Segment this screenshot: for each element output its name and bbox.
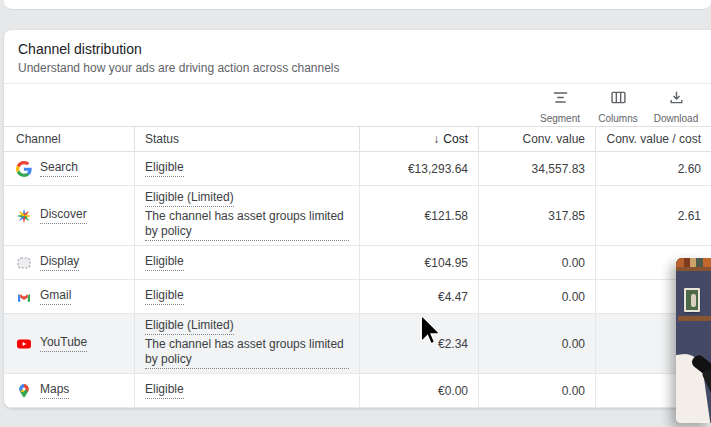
webcam-shelf-top — [676, 267, 711, 271]
table-header-row: Channel Status ↓ Cost Conv. value Conv. … — [4, 126, 711, 152]
google-search-icon — [16, 161, 32, 177]
previous-card-bottom — [4, 0, 711, 10]
cost-header-label: Cost — [443, 132, 468, 146]
webcam-picture-figure — [691, 294, 696, 307]
download-label: Download — [654, 113, 698, 124]
table-toolbar: Segment Columns Download — [4, 84, 711, 126]
table-row: Discover Eligible (Limited) The channel … — [4, 186, 711, 246]
column-header-conv-value[interactable]: Conv. value — [478, 127, 595, 151]
youtube-icon — [16, 336, 32, 352]
cost-cell: €13,293.64 — [359, 152, 478, 185]
cost-cell: €2.34 — [359, 314, 478, 373]
columns-button[interactable]: Columns — [589, 87, 647, 124]
conv-value-per-cost-cell: 2.60 — [595, 152, 711, 185]
sort-descending-icon: ↓ — [433, 132, 439, 146]
table-body: Search Eligible €13,293.64 34,557.83 2.6… — [4, 152, 711, 408]
status-detail-link[interactable]: The channel has asset groups limited by … — [145, 337, 349, 369]
download-button[interactable]: Download — [647, 87, 705, 124]
status-cell: Eligible (Limited) The channel has asset… — [134, 314, 359, 373]
download-icon — [668, 89, 685, 110]
table-row: Display Eligible €104.95 0.00 0.00 — [4, 246, 711, 280]
maps-icon — [16, 383, 32, 399]
webcam-picture-frame — [684, 288, 700, 312]
status-link[interactable]: Eligible — [145, 160, 184, 177]
channel-cell: Maps — [4, 374, 134, 407]
channel-link[interactable]: Maps — [40, 382, 69, 399]
webcam-shelf-items — [676, 258, 711, 267]
channel-cell: Gmail — [4, 280, 134, 313]
status-link[interactable]: Eligible — [145, 254, 184, 271]
page-subtitle: Understand how your ads are driving acti… — [18, 61, 695, 75]
table-row: Search Eligible €13,293.64 34,557.83 2.6… — [4, 152, 711, 186]
conv-value-cell: 34,557.83 — [478, 152, 595, 185]
cost-cell: €104.95 — [359, 246, 478, 279]
column-header-status[interactable]: Status — [134, 127, 359, 151]
conv-value-cell: 0.00 — [478, 374, 595, 407]
segment-button[interactable]: Segment — [531, 87, 589, 124]
status-cell: Eligible — [134, 152, 359, 185]
channel-distribution-card: Channel distribution Understand how your… — [4, 30, 711, 408]
conv-value-cell: 0.00 — [478, 246, 595, 279]
webcam-overlay — [676, 258, 711, 423]
page: Channel distribution Understand how your… — [0, 0, 711, 427]
mouse-cursor — [420, 315, 440, 346]
display-icon — [16, 255, 32, 271]
table-row: Gmail Eligible €4.47 0.00 — [4, 280, 711, 314]
channel-cell: Discover — [4, 186, 134, 245]
status-cell: Eligible — [134, 246, 359, 279]
webcam-picture-art — [686, 290, 698, 310]
conv-value-per-cost-cell: 2.61 — [595, 186, 711, 245]
status-link[interactable]: Eligible (Limited) — [145, 190, 234, 207]
status-link[interactable]: Eligible — [145, 382, 184, 399]
channel-cell: YouTube — [4, 314, 134, 373]
discover-icon — [16, 208, 32, 224]
channel-cell: Display — [4, 246, 134, 279]
columns-icon — [610, 89, 627, 110]
page-title: Channel distribution — [18, 41, 695, 57]
cost-cell: €121.58 — [359, 186, 478, 245]
segment-label: Segment — [540, 113, 580, 124]
channel-link[interactable]: YouTube — [40, 335, 87, 352]
segment-icon — [552, 89, 569, 110]
channel-link[interactable]: Display — [40, 254, 79, 271]
channel-link[interactable]: Discover — [40, 207, 87, 224]
status-cell: Eligible (Limited) The channel has asset… — [134, 186, 359, 245]
channel-cell: Search — [4, 152, 134, 185]
webcam-shelf-mid — [678, 316, 711, 321]
cost-cell: €0.00 — [359, 374, 478, 407]
column-header-channel[interactable]: Channel — [4, 127, 134, 151]
channel-link[interactable]: Gmail — [40, 288, 71, 305]
column-header-conv-value-per-cost[interactable]: Conv. value / cost — [595, 127, 711, 151]
conv-value-cell: 0.00 — [478, 314, 595, 373]
channel-link[interactable]: Search — [40, 160, 78, 177]
status-cell: Eligible — [134, 374, 359, 407]
table-row: YouTube Eligible (Limited) The channel h… — [4, 314, 711, 374]
conv-value-cell: 0.00 — [478, 280, 595, 313]
card-header: Channel distribution Understand how your… — [4, 30, 711, 84]
column-header-cost[interactable]: ↓ Cost — [359, 127, 478, 151]
status-cell: Eligible — [134, 280, 359, 313]
status-detail-link[interactable]: The channel has asset groups limited by … — [145, 209, 349, 241]
table-row: Maps Eligible €0.00 0.00 — [4, 374, 711, 408]
status-link[interactable]: Eligible (Limited) — [145, 318, 234, 335]
columns-label: Columns — [598, 113, 637, 124]
conv-value-cell: 317.85 — [478, 186, 595, 245]
gmail-icon — [16, 289, 32, 305]
status-link[interactable]: Eligible — [145, 288, 184, 305]
cost-cell: €4.47 — [359, 280, 478, 313]
